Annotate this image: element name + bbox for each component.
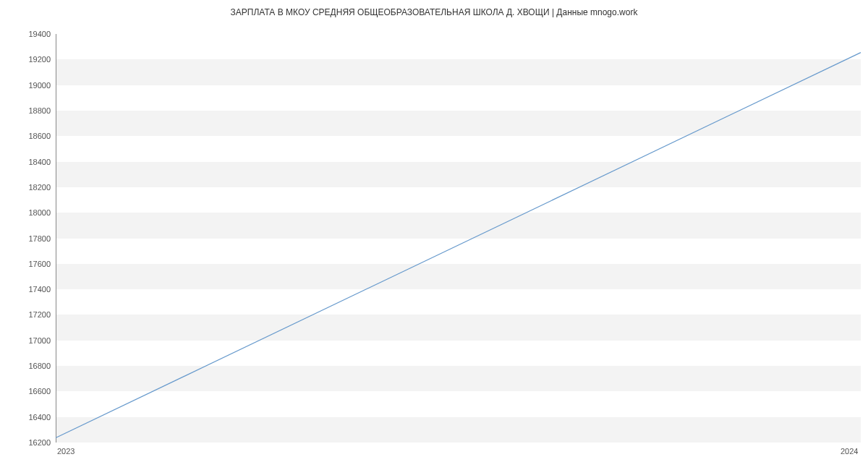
y-tick-label: 16400	[7, 413, 51, 422]
y-tick-label: 19400	[7, 30, 51, 38]
y-tick-label: 19200	[7, 55, 51, 64]
y-tick-label: 18200	[7, 183, 51, 192]
y-tick-label: 17000	[7, 336, 51, 345]
y-tick-label: 17600	[7, 260, 51, 268]
y-tick-label: 19000	[7, 81, 51, 90]
chart-title: ЗАРПЛАТА В МКОУ СРЕДНЯЯ ОБЩЕОБРАЗОВАТЕЛЬ…	[0, 7, 868, 17]
x-tick-label: 2024	[841, 447, 858, 456]
y-tick-label: 17200	[7, 310, 51, 319]
y-tick-label: 18000	[7, 208, 51, 217]
chart-line-series	[56, 34, 861, 443]
y-tick-label: 16600	[7, 387, 51, 396]
y-tick-label: 16200	[7, 438, 51, 447]
y-tick-label: 18800	[7, 106, 51, 115]
y-tick-label: 18600	[7, 132, 51, 140]
y-tick-label: 17400	[7, 285, 51, 294]
x-tick-label: 2023	[57, 447, 75, 456]
y-tick-label: 17800	[7, 234, 51, 243]
y-tick-label: 16800	[7, 362, 51, 370]
y-tick-label: 18400	[7, 158, 51, 166]
